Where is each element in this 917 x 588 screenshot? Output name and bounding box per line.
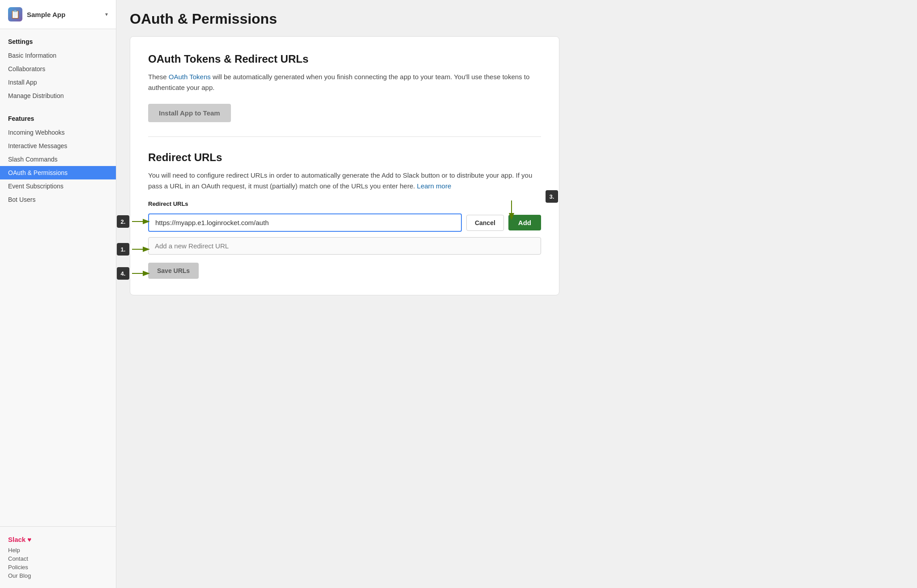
slack-brand: Slack ♥ <box>8 536 108 543</box>
sidebar-item-manage-distribution[interactable]: Manage Distribution <box>0 89 116 102</box>
arrow-2 <box>132 217 152 226</box>
arrow-4 <box>132 269 152 278</box>
redirect-input-area: 3. 2. <box>148 213 541 279</box>
footer-links: Help Contact Policies Our Blog <box>8 547 108 579</box>
sidebar-item-oauth-permissions[interactable]: OAuth & Permissions <box>0 166 116 179</box>
save-urls-button[interactable]: Save URLs <box>148 263 199 279</box>
add-new-url-input[interactable] <box>148 237 541 255</box>
settings-section-title: Settings <box>0 38 116 49</box>
save-urls-row: Save URLs <box>148 260 541 279</box>
sidebar-footer: Slack ♥ Help Contact Policies Our Blog <box>0 526 116 588</box>
badge-4: 4. <box>117 267 129 280</box>
redirect-urls-title: Redirect URLs <box>148 151 541 164</box>
main-content: OAuth & Permissions OAuth Tokens & Redir… <box>116 0 917 588</box>
footer-link-blog[interactable]: Our Blog <box>8 572 108 579</box>
arrow-3 <box>498 198 525 225</box>
footer-link-help[interactable]: Help <box>8 547 108 554</box>
sidebar: 📋 Sample App ▾ Settings Basic Informatio… <box>0 0 116 588</box>
app-name: Sample App <box>27 11 101 18</box>
arrow-1 <box>132 245 152 254</box>
sidebar-item-event-subscriptions[interactable]: Event Subscriptions <box>0 179 116 193</box>
sidebar-item-bot-users[interactable]: Bot Users <box>0 193 116 206</box>
features-section-title: Features <box>0 115 116 126</box>
url-input-field[interactable] <box>148 213 462 232</box>
sidebar-item-interactive-messages[interactable]: Interactive Messages <box>0 139 116 153</box>
settings-section: Settings Basic Information Collaborators… <box>0 29 116 106</box>
description-before-link: These <box>148 73 169 81</box>
add-new-url-row <box>148 237 541 255</box>
learn-more-link[interactable]: Learn more <box>417 182 452 190</box>
slack-brand-text: Slack <box>8 536 26 543</box>
redirect-urls-subsection-label: Redirect URLs <box>148 200 541 207</box>
redirect-urls-section: Redirect URLs You will need to configure… <box>148 151 541 279</box>
sidebar-item-incoming-webhooks[interactable]: Incoming Webhooks <box>0 126 116 139</box>
badge-3: 3. <box>546 190 558 203</box>
heart-icon: ♥ <box>27 536 31 543</box>
oauth-tokens-link[interactable]: OAuth Tokens <box>169 73 211 81</box>
sidebar-item-basic-information[interactable]: Basic Information <box>0 49 116 62</box>
section-divider <box>148 136 541 137</box>
dropdown-arrow-icon: ▾ <box>105 11 108 17</box>
sidebar-item-install-app[interactable]: Install App <box>0 76 116 89</box>
oauth-tokens-description: These OAuth Tokens will be automatically… <box>148 72 541 93</box>
install-app-to-team-button[interactable]: Install App to Team <box>148 104 231 122</box>
badge-2: 2. <box>117 215 129 228</box>
footer-link-policies[interactable]: Policies <box>8 564 108 571</box>
sidebar-item-collaborators[interactable]: Collaborators <box>0 62 116 76</box>
redirect-desc-text: You will need to configure redirect URLs… <box>148 171 532 190</box>
oauth-tokens-section: OAuth Tokens & Redirect URLs These OAuth… <box>148 53 541 122</box>
app-icon: 📋 <box>8 7 22 21</box>
url-input-row: Cancel Add <box>148 213 541 232</box>
badge-1: 1. <box>117 243 129 256</box>
redirect-urls-description: You will need to configure redirect URLs… <box>148 170 541 192</box>
features-section: Features Incoming Webhooks Interactive M… <box>0 106 116 210</box>
main-card: OAuth Tokens & Redirect URLs These OAuth… <box>130 36 559 295</box>
app-selector[interactable]: 📋 Sample App ▾ <box>0 0 116 29</box>
oauth-tokens-title: OAuth Tokens & Redirect URLs <box>148 53 541 65</box>
sidebar-item-slash-commands[interactable]: Slash Commands <box>0 153 116 166</box>
page-title: OAuth & Permissions <box>130 11 904 27</box>
footer-link-contact[interactable]: Contact <box>8 555 108 562</box>
